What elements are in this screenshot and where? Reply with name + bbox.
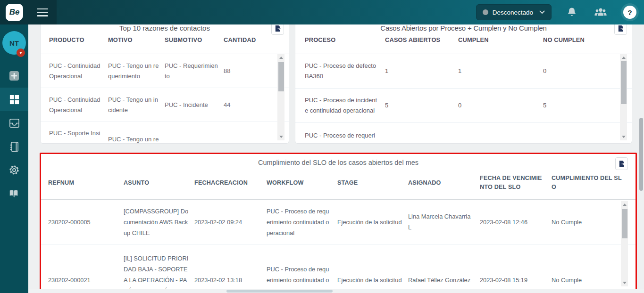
cell-motivo: PUC - Tengo un incidente (108, 95, 165, 115)
sidebar-item-settings[interactable] (0, 158, 28, 182)
help-glyph: ? (623, 6, 636, 19)
cell-cantidad: 44 (224, 100, 280, 110)
cell-asunto: [COMPASSGROUP] Documentación AWS Backup … (124, 206, 194, 238)
sidebar-item-notebook[interactable] (0, 135, 28, 158)
cell-asignado: Lina Marcela Chavarria L (408, 211, 480, 233)
scrollbar-thumb[interactable] (621, 61, 627, 104)
scroll-up-arrow[interactable] (620, 54, 627, 61)
panel-cumplimiento-slo: Cumplimiento del SLO de los casos abiert… (40, 153, 637, 289)
scroll-down-arrow[interactable] (277, 133, 284, 140)
notebook-icon (9, 141, 19, 152)
export-button[interactable] (615, 157, 628, 170)
column-header-stage: STAGE (337, 179, 408, 187)
table-scrollbar[interactable] (621, 201, 628, 286)
column-header-casos-abiertos: CASOS ABIERTOS (385, 35, 458, 44)
table-row: 230202-000005 [COMPASSGROUP] Documentaci… (41, 200, 636, 244)
column-header-proceso: PROCESO (305, 35, 385, 44)
column-header-workflow: WORKFLOW (267, 179, 337, 187)
be-logo: Be (6, 4, 23, 21)
cell-motivo: PUC - Tengo un requerimiento (108, 61, 165, 81)
sidebar-item-dashboard[interactable] (0, 88, 28, 111)
table-row: PUC - Continuidad Operacional PUC - Teng… (41, 54, 289, 88)
avatar-badge-chevron-icon: ▾ (20, 51, 22, 55)
column-header-cantidad: CANTIDAD (224, 35, 280, 44)
table-row: PUC - Proceso de defecto BA360 1 1 0 (295, 54, 632, 89)
people-icon[interactable] (594, 7, 607, 17)
export-button[interactable] (614, 24, 627, 35)
cell-fecha-vencimiento: 2023-02-08 15:19 (480, 275, 552, 285)
table-scrollbar[interactable] (277, 54, 284, 140)
cell-asignado: Rafael Téllez González (408, 275, 480, 285)
export-icon (617, 25, 624, 32)
page-vertical-scrollbar-thumb[interactable] (639, 118, 643, 191)
page-horizontal-scrollbar[interactable] (28, 289, 644, 293)
cell-cumplen: 0 (458, 100, 543, 111)
cell-cantidad: 88 (224, 66, 280, 76)
avatar-status-badge[interactable]: ▾ (17, 49, 25, 57)
cell-proceso: PUC - Proceso de incidente continuidad o… (305, 95, 385, 116)
main-content: Top 10 razones de contactos PRODUCTO MOT… (28, 24, 644, 289)
cell-fecha-vencimiento: 2023-02-08 12:46 (480, 217, 552, 228)
logo-block: Be (0, 0, 57, 24)
connection-status-dropdown[interactable]: Desconectado (476, 4, 552, 20)
column-header-cumplimiento-slo: CUMPLIMIENTO DEL SLO (552, 174, 628, 192)
scrollbar-thumb[interactable] (278, 62, 284, 91)
status-label: Desconectado (493, 9, 533, 16)
table-row: 230202-000021 [IL] SOLICITUD PRIORIDAD B… (41, 244, 636, 289)
column-header-refnum: REFNUM (48, 179, 124, 187)
cell-producto: PUC - Continuidad Operacional (49, 61, 108, 81)
panel-casos-abiertos: Casos Abiertos por Proceso + Cumplen y N… (295, 24, 632, 144)
export-icon (618, 160, 625, 167)
scroll-up-arrow[interactable] (277, 54, 284, 61)
sidebar-item-inbox[interactable] (0, 111, 28, 135)
chevron-down-icon (539, 10, 545, 14)
table-body: 230202-000005 [COMPASSGROUP] Documentaci… (41, 200, 636, 289)
scroll-down-arrow[interactable] (620, 133, 627, 140)
sidebar-item-knowledge-base[interactable] (0, 182, 28, 205)
cell-workflow: PUC - Proceso de requerimiento continuid… (267, 264, 337, 289)
menu-icon[interactable] (37, 8, 48, 16)
column-header-asignado: ASIGNADO (408, 179, 480, 187)
cell-casos-abiertos: 1 (385, 66, 458, 76)
scroll-up-arrow[interactable] (621, 201, 628, 208)
table-header-row: PROCESO CASOS ABIERTOS CUMPLEN NO CUMPLE… (295, 35, 632, 44)
status-dot-icon (483, 9, 488, 15)
column-header-fechacreacion: FECHACREACION (194, 179, 267, 187)
export-button[interactable] (271, 24, 284, 35)
cell-no-cumplen: 5 (543, 100, 622, 111)
column-header-fecha-vencimiento-slo: FECHA DE VENCIMIENTO DEL SLO (480, 174, 552, 192)
panel-title: Casos Abiertos por Proceso + Cumplen y N… (295, 24, 632, 32)
table-scrollbar[interactable] (620, 54, 627, 140)
sidebar-item-add[interactable] (0, 64, 28, 88)
cell-fechacreacion: 2023-02-02 13:18 (194, 275, 267, 285)
table-body: PUC - Continuidad Operacional PUC - Teng… (41, 54, 289, 143)
cell-stage: Ejecución de la solicitud (337, 217, 408, 228)
cell-refnum: 230202-000005 (48, 217, 124, 228)
help-icon[interactable]: ? (623, 6, 636, 19)
cell-fechacreacion: 2023-02-02 09:24 (194, 217, 267, 228)
page-horizontal-scrollbar-thumb[interactable] (226, 290, 333, 293)
cell-submotivo: PUC - Incidente (165, 100, 224, 110)
sidebar-nav (0, 64, 28, 205)
gear-icon (8, 164, 20, 176)
app-root: { "header": { "logo_text": "Be", "status… (0, 0, 644, 293)
avatar[interactable]: NT ▾ (2, 31, 26, 55)
cell-producto: PUC - Soporte Insi (49, 122, 108, 138)
bell-icon[interactable] (567, 7, 577, 18)
cell-cumplimiento: No Cumple (552, 217, 628, 228)
export-icon (274, 25, 281, 32)
column-header-no-cumplen: NO CUMPLEN (543, 35, 622, 44)
column-header-submotivo: SUBMOTIVO (165, 35, 224, 44)
table-row: PUC - Proceso de incidente continuidad o… (295, 89, 632, 123)
table-body: PUC - Proceso de defecto BA360 1 1 0 PUC… (295, 54, 632, 143)
cell-producto: PUC - Continuidad Operacional (49, 95, 108, 115)
table-header-row: PRODUCTO MOTIVO SUBMOTIVO CANTIDAD (41, 35, 289, 44)
panel-title: Cumplimiento del SLO de los casos abiert… (41, 159, 636, 166)
table-row: PUC - Soporte Insi PUC - Tengo un re (41, 122, 289, 143)
table-row: PUC - Proceso de requerimi (295, 123, 632, 143)
column-header-motivo: MOTIVO (108, 35, 165, 44)
scrollbar-thumb[interactable] (622, 209, 627, 238)
cell-cumplimiento: No Cumple (552, 275, 628, 285)
scroll-down-arrow[interactable] (621, 279, 628, 286)
column-header-asunto: ASUNTO (124, 179, 194, 187)
